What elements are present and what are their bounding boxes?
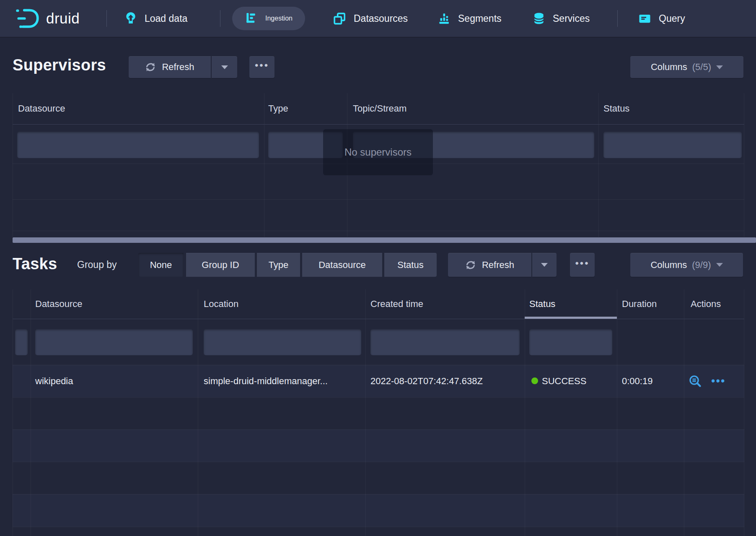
group-by-datasource-button[interactable]: Datasource	[302, 253, 382, 277]
cell-duration[interactable]: 0:00:19	[622, 365, 652, 397]
tasks-refresh-dropdown-button[interactable]	[532, 253, 557, 277]
druid-logo-icon	[15, 8, 40, 29]
column-divider	[684, 289, 684, 536]
table-row[interactable]	[13, 429, 744, 462]
tasks-status-filter-input[interactable]	[529, 329, 612, 355]
group-by-group-id-button[interactable]: Group ID	[186, 253, 255, 277]
supervisors-refresh-dropdown-button[interactable]	[212, 56, 237, 78]
nav-label: Load data	[145, 13, 187, 24]
navbar-divider	[106, 10, 107, 27]
chevron-down-icon	[716, 263, 723, 267]
cell-datasource[interactable]: wikipedia	[35, 365, 73, 397]
tasks-first-column-filter-input[interactable]	[15, 329, 28, 355]
header-status-sorted[interactable]: Status	[529, 289, 555, 319]
refresh-label: Refresh	[482, 260, 514, 271]
more-icon: •••	[575, 258, 589, 272]
tasks-table: Datasource Location Created time Status …	[13, 289, 744, 536]
supervisors-table: Datasource Type Topic/Stream Status No s…	[13, 93, 744, 237]
chevron-down-icon	[541, 263, 548, 267]
tasks-datasource-filter-input[interactable]	[35, 329, 193, 355]
more-icon: •••	[255, 60, 269, 74]
refresh-label: Refresh	[162, 62, 194, 73]
column-divider	[744, 289, 744, 536]
columns-label: Columns	[650, 260, 687, 271]
header-type[interactable]: Type	[268, 93, 288, 124]
navbar-divider	[617, 10, 618, 27]
chevron-down-icon	[716, 65, 723, 69]
columns-label: Columns	[651, 62, 687, 73]
row-divider	[13, 462, 744, 462]
refresh-icon	[145, 62, 156, 73]
navbar-divider	[220, 10, 220, 27]
druid-console: druid Load data	[0, 0, 756, 536]
task-more-actions-icon[interactable]: •••	[711, 375, 725, 387]
tasks-columns-button[interactable]: Columns (9/9)	[630, 253, 743, 277]
column-divider	[744, 93, 744, 237]
group-by-type-button[interactable]: Type	[257, 253, 300, 277]
header-divider	[13, 319, 744, 319]
cell-actions: •••	[689, 365, 725, 397]
database-icon	[532, 12, 546, 25]
column-divider	[13, 93, 13, 237]
header-duration[interactable]: Duration	[622, 289, 657, 319]
empty-message: No supervisors	[344, 146, 412, 158]
nav-label: Query	[659, 13, 685, 24]
status-dot-success	[531, 377, 538, 384]
header-divider	[13, 124, 744, 125]
row-divider	[13, 397, 744, 398]
header-created-time[interactable]: Created time	[370, 289, 423, 319]
layers-icon	[333, 12, 347, 26]
column-divider	[264, 93, 264, 237]
nav-segments[interactable]: Segments	[438, 0, 502, 37]
supervisors-more-button[interactable]: •••	[249, 56, 274, 78]
nav-label: Services	[553, 13, 590, 24]
row-divider	[13, 527, 744, 527]
nav-label: Segments	[458, 13, 502, 24]
cell-status[interactable]: SUCCESS	[542, 365, 586, 397]
header-datasource[interactable]: Datasource	[18, 93, 65, 124]
tasks-location-filter-input[interactable]	[204, 329, 361, 355]
table-row[interactable]	[13, 494, 744, 527]
tasks-created-time-filter-input[interactable]	[370, 329, 520, 355]
column-divider	[598, 93, 599, 237]
brand-name: druid	[46, 10, 80, 27]
group-by-status-button[interactable]: Status	[384, 253, 437, 277]
refresh-icon	[465, 260, 476, 271]
nav-ingestion[interactable]: Ingestion	[232, 7, 305, 30]
nav-services[interactable]: Services	[532, 0, 590, 37]
header-location[interactable]: Location	[204, 289, 238, 319]
supervisors-refresh-button[interactable]: Refresh	[129, 56, 211, 78]
header-actions[interactable]: Actions	[691, 289, 721, 319]
cell-location[interactable]: simple-druid-middlemanager...	[204, 365, 328, 397]
row-divider	[13, 429, 744, 430]
supervisors-status-filter-input[interactable]	[603, 132, 742, 158]
column-divider	[198, 289, 198, 536]
supervisors-datasource-filter-input[interactable]	[17, 132, 259, 158]
header-datasource[interactable]: Datasource	[35, 289, 83, 319]
brand[interactable]: druid	[15, 0, 80, 37]
column-divider	[525, 289, 525, 536]
cell-created-time[interactable]: 2022-08-02T07:42:47.638Z	[370, 365, 483, 397]
row-divider	[13, 231, 744, 231]
stacked-bars-icon	[438, 12, 451, 25]
header-topic-stream[interactable]: Topic/Stream	[353, 93, 406, 124]
nav-label: Ingestion	[265, 15, 293, 22]
supervisors-columns-button[interactable]: Columns (5/5)	[630, 56, 743, 78]
nav-load-data[interactable]: Load data	[124, 0, 187, 37]
column-divider	[31, 289, 31, 536]
nav-query[interactable]: Query	[638, 0, 685, 37]
column-divider	[365, 289, 366, 536]
tasks-more-button[interactable]: •••	[570, 253, 595, 277]
nav-datasources[interactable]: Datasources	[333, 0, 408, 37]
tasks-refresh-button[interactable]: Refresh	[448, 253, 531, 277]
column-divider	[617, 289, 617, 536]
gantt-chart-icon	[245, 12, 258, 25]
supervisors-horizontal-scrollbar[interactable]	[13, 237, 756, 243]
group-by-label: Group by	[77, 253, 117, 277]
navbar: druid Load data	[0, 0, 756, 37]
task-details-icon[interactable]	[689, 375, 702, 388]
console-icon	[638, 12, 652, 26]
group-by-none-button[interactable]: None	[138, 253, 184, 277]
header-status[interactable]: Status	[603, 93, 629, 124]
column-divider	[13, 289, 13, 536]
